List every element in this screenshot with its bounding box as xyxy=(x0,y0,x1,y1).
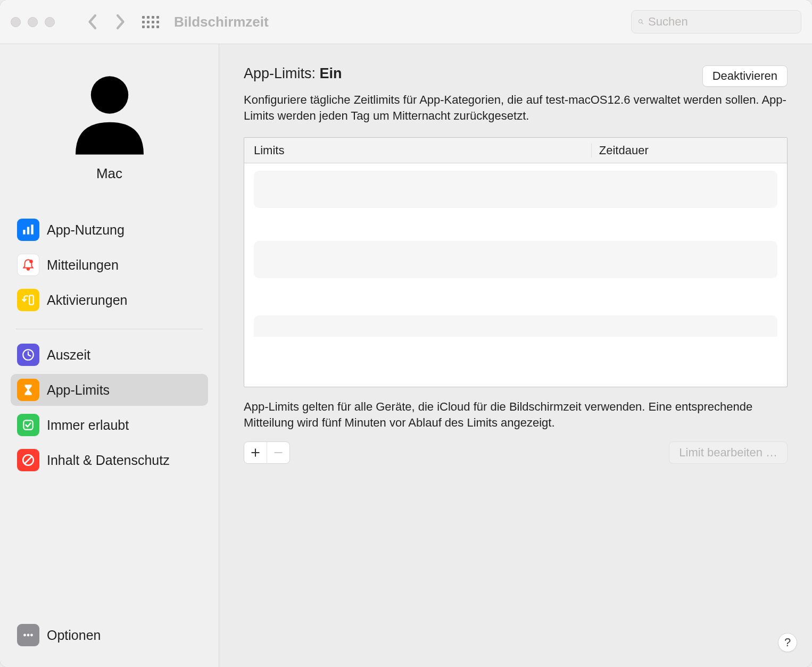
sidebar-item-applimits[interactable]: App-Limits xyxy=(11,374,208,406)
sidebar-group-2: Auszeit App-Limits Immer erlaubt xyxy=(0,339,219,479)
profile-name: Mac xyxy=(96,165,122,182)
plus-icon xyxy=(250,447,261,458)
footer-note: App-Limits gelten für alle Geräte, die i… xyxy=(244,399,788,430)
table-body[interactable] xyxy=(244,163,787,387)
svg-point-14 xyxy=(30,634,33,637)
sidebar-group-1: App-Nutzung Mitteilungen Aktivierungen xyxy=(0,214,219,319)
window-title: Bildschirmzeit xyxy=(174,14,269,30)
sidebar-item-options[interactable]: Optionen xyxy=(11,619,208,651)
sidebar-item-label: Optionen xyxy=(47,628,101,643)
deactivate-button[interactable]: Deaktivieren xyxy=(702,65,788,87)
svg-line-1 xyxy=(642,23,643,24)
minus-icon xyxy=(273,447,284,458)
minimize-window-button[interactable] xyxy=(28,17,38,27)
sidebar-item-downtime[interactable]: Auszeit xyxy=(11,339,208,371)
chevron-right-icon xyxy=(116,14,126,30)
check-shield-icon xyxy=(17,414,39,436)
sidebar-item-label: Mitteilungen xyxy=(47,257,119,273)
remove-limit-button xyxy=(267,442,289,463)
page-title-state: Ein xyxy=(320,65,342,81)
svg-point-13 xyxy=(27,634,30,637)
edit-limit-button: Limit bearbeiten … xyxy=(669,441,788,464)
sidebar: Mac App-Nutzung Mitteilungen xyxy=(0,44,219,667)
description-text: Konfiguriere tägliche Zeitlimits für App… xyxy=(244,92,788,123)
sidebar-item-label: Inhalt & Datenschutz xyxy=(47,453,170,468)
controls-row: Limit bearbeiten … xyxy=(244,441,788,464)
clock-icon xyxy=(17,344,39,366)
usage-icon xyxy=(17,219,39,241)
ellipsis-icon xyxy=(17,624,39,646)
no-entry-icon xyxy=(17,449,39,471)
page-title-prefix: App-Limits: xyxy=(244,65,320,81)
svg-point-12 xyxy=(23,634,26,637)
body: Mac App-Nutzung Mitteilungen xyxy=(0,44,812,667)
svg-rect-7 xyxy=(29,295,34,304)
window: Bildschirmzeit Mac xyxy=(0,0,812,667)
person-icon xyxy=(67,68,152,156)
table-header: Limits Zeitdauer xyxy=(244,138,787,163)
sidebar-item-content[interactable]: Inhalt & Datenschutz xyxy=(11,444,208,476)
close-window-button[interactable] xyxy=(11,17,21,27)
search-icon xyxy=(638,16,644,28)
col-header-limits[interactable]: Limits xyxy=(244,144,592,157)
sidebar-bottom: Optionen xyxy=(0,619,219,667)
sidebar-item-label: App-Limits xyxy=(47,382,110,398)
table-row xyxy=(254,315,777,337)
add-remove-control xyxy=(244,441,290,464)
back-button[interactable] xyxy=(86,15,98,28)
add-limit-button[interactable] xyxy=(244,442,267,463)
profile: Mac xyxy=(0,68,219,182)
sidebar-item-usage[interactable]: App-Nutzung xyxy=(11,214,208,246)
table-row xyxy=(254,241,777,278)
svg-rect-4 xyxy=(27,227,29,235)
sidebar-divider xyxy=(16,329,203,329)
chevron-left-icon xyxy=(87,14,97,30)
page-title: App-Limits: Ein xyxy=(244,65,342,82)
sidebar-item-always[interactable]: Immer erlaubt xyxy=(11,409,208,441)
header-row: App-Limits: Ein Deaktivieren xyxy=(244,65,788,87)
sidebar-item-label: App-Nutzung xyxy=(47,222,125,238)
table-row xyxy=(254,171,777,208)
pickups-icon xyxy=(17,289,39,311)
titlebar: Bildschirmzeit xyxy=(0,0,812,44)
svg-rect-5 xyxy=(31,224,33,234)
zoom-window-button[interactable] xyxy=(45,17,55,27)
sidebar-item-label: Aktivierungen xyxy=(47,293,127,308)
svg-point-6 xyxy=(29,260,32,263)
svg-line-11 xyxy=(25,457,32,464)
search-field[interactable] xyxy=(631,10,801,34)
limits-table: Limits Zeitdauer xyxy=(244,137,788,387)
main-pane: App-Limits: Ein Deaktivieren Konfigurier… xyxy=(219,44,812,667)
col-header-duration[interactable]: Zeitdauer xyxy=(592,144,787,157)
svg-rect-3 xyxy=(23,230,25,235)
show-all-prefs-button[interactable] xyxy=(142,15,159,28)
nav-arrows xyxy=(86,15,127,28)
svg-point-2 xyxy=(90,76,128,113)
search-input[interactable] xyxy=(648,15,794,29)
hourglass-icon xyxy=(17,379,39,401)
sidebar-item-label: Auszeit xyxy=(47,347,90,363)
traffic-lights xyxy=(11,17,55,27)
sidebar-item-label: Immer erlaubt xyxy=(47,418,129,433)
help-button[interactable]: ? xyxy=(778,633,797,652)
sidebar-item-notifications[interactable]: Mitteilungen xyxy=(11,249,208,281)
sidebar-item-pickups[interactable]: Aktivierungen xyxy=(11,284,208,316)
avatar xyxy=(67,68,152,156)
forward-button[interactable] xyxy=(114,15,127,28)
bell-icon xyxy=(17,254,39,276)
